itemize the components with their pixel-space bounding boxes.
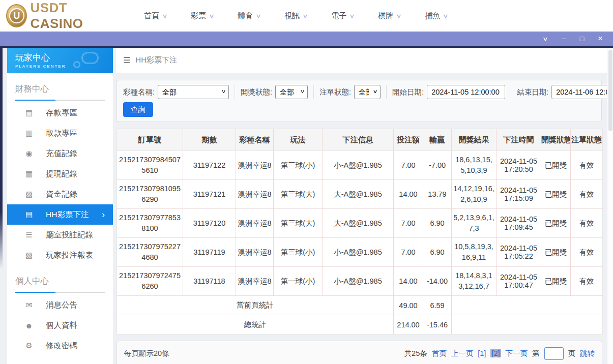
nav-item-electronic[interactable]: 電子∨ xyxy=(331,11,354,21)
cell-time: 2024-11-05 17:20:50 xyxy=(497,151,541,180)
column-header: 訂單號 xyxy=(117,129,183,151)
player-report-icon: ▧ xyxy=(24,251,34,260)
sidebar-item-label: 消息公告 xyxy=(46,300,77,311)
summary-bet-amount: 214.00 xyxy=(394,315,423,335)
cell-draw_status: 已開獎 xyxy=(541,180,571,209)
password-icon: ⚙ xyxy=(24,341,34,350)
cell-result: 18,6,13,15,5,10,3,9 xyxy=(452,151,497,180)
chevron-down-icon[interactable]: ∨ xyxy=(537,34,554,44)
withdraw-icon: ▥ xyxy=(24,129,34,138)
sidebar-item-announcements[interactable]: ✉消息公告 xyxy=(7,295,113,315)
site-logo[interactable]: U USDT CASINO xyxy=(6,0,114,32)
cell-result: 18,14,8,3,13,12,16,7 xyxy=(452,267,497,296)
sidebar-item-change-password[interactable]: ⚙修改密碼 xyxy=(7,336,113,356)
page-size-text: 每頁顯示20條 xyxy=(124,349,169,358)
sidebar-section-agent: 代理中心 xyxy=(7,356,113,364)
current-page-link[interactable]: [2] xyxy=(490,349,501,357)
cell-order: 2152173079752274680 xyxy=(117,238,183,267)
page-title: HH彩票下注 xyxy=(135,55,177,65)
cell-draw_status: 已開獎 xyxy=(541,267,571,296)
nav-item-lottery[interactable]: 彩票∨ xyxy=(191,11,214,21)
sidebar-item-recharge-record[interactable]: ◉充值記錄 xyxy=(7,143,113,164)
column-header: 玩法 xyxy=(274,129,323,151)
nav-item-fishing[interactable]: 捕魚∨ xyxy=(425,11,448,21)
cell-winloss: 6.90 xyxy=(423,209,452,238)
column-header: 開獎狀態 xyxy=(541,129,571,151)
sidebar-item-withdrawal-record[interactable]: ▦提現記錄 xyxy=(7,164,113,184)
search-button[interactable]: 查詢 xyxy=(123,102,153,117)
summary-label: 總統計 xyxy=(117,315,394,335)
cell-order_status: 有效 xyxy=(571,267,603,296)
cell-winloss: 13.79 xyxy=(423,180,452,209)
cell-order_status: 有效 xyxy=(571,180,603,209)
summary-winloss: -15.46 xyxy=(423,315,452,335)
page-jump-input[interactable] xyxy=(544,347,564,360)
hamburger-icon[interactable]: ☰ xyxy=(123,55,130,65)
cell-winloss: 6.90 xyxy=(423,238,452,267)
frame-left-edge xyxy=(0,48,3,364)
order-status-select[interactable]: 全部 xyxy=(354,85,381,99)
sidebar-item-label: 充值記錄 xyxy=(46,148,77,159)
prev-page-link[interactable]: 上一页 xyxy=(451,349,474,358)
cell-play: 第三球(小) xyxy=(274,151,323,180)
cell-draw_status: 已開獎 xyxy=(541,151,571,180)
cell-order_status: 有效 xyxy=(571,209,603,238)
end-date-input[interactable] xyxy=(551,85,613,99)
table-row: 215217307984507561031197122澳洲幸运8第三球(小)小-… xyxy=(117,151,603,180)
table-header-row: 訂單號期數彩種名稱玩法下注信息投注額輸贏開獎結果下注時間開獎狀態注單狀態 xyxy=(117,129,603,151)
sidebar-item-withdraw[interactable]: ▥取款專區 xyxy=(7,123,113,143)
sidebar-item-funds-record[interactable]: ▨資金記錄 xyxy=(7,184,113,204)
cell-order_status: 有效 xyxy=(571,238,603,267)
table-row: 215217307977853810031197120澳洲幸运8第三球(大)大-… xyxy=(117,209,603,238)
gamepad-decoration-icon xyxy=(81,52,99,64)
nav-item-home[interactable]: 首頁∨ xyxy=(144,11,167,21)
cell-time: 2024-11-05 17:09:45 xyxy=(497,209,541,238)
window-close-icon[interactable]: × xyxy=(595,34,606,44)
column-header: 開獎結果 xyxy=(452,129,497,151)
first-page-link[interactable]: 首页 xyxy=(432,349,447,358)
chevron-down-icon: ∨ xyxy=(443,13,449,19)
cell-amount: 7.00 xyxy=(394,209,423,238)
main-nav: 首頁∨彩票∨體育∨視訊∨電子∨棋牌∨捕魚∨ xyxy=(144,11,448,21)
column-header: 下注信息 xyxy=(323,129,394,151)
cell-order: 2152173079845075610 xyxy=(117,151,183,180)
sidebar-item-room-bet-record[interactable]: ☰廳室投註記錄 xyxy=(7,225,113,245)
sidebar-item-hh-lottery-bets[interactable]: ▤HH彩票下注› xyxy=(7,204,113,225)
jump-button[interactable]: 跳转 xyxy=(580,349,595,358)
cell-bet_info: 大-A盤@1.985 xyxy=(323,180,394,209)
window-minimize-icon[interactable]: − xyxy=(558,34,569,44)
window-titlebar: ∨ − □ × xyxy=(0,32,613,46)
sidebar-item-profile[interactable]: ☻個人資料 xyxy=(7,315,113,336)
cell-draw_status: 已開獎 xyxy=(541,238,571,267)
summary-empty xyxy=(452,315,603,335)
cell-period: 31197122 xyxy=(183,151,236,180)
lottery-name-select[interactable]: 全部 xyxy=(158,85,229,99)
cell-winloss: -7.00 xyxy=(423,151,452,180)
page-link[interactable]: [1] xyxy=(478,349,486,357)
recharge-record-icon: ◉ xyxy=(24,149,34,158)
cell-time: 2024-11-05 17:05:22 xyxy=(497,238,541,267)
cell-order_status: 有效 xyxy=(571,151,603,180)
sidebar-item-label: 廳室投註記錄 xyxy=(46,230,93,240)
summary-bet-amount: 49.00 xyxy=(394,296,423,315)
sidebar-item-deposit[interactable]: ▤存款專區 xyxy=(7,103,113,123)
cell-order: 2152173079810956290 xyxy=(117,180,183,209)
nav-item-video[interactable]: 視訊∨ xyxy=(284,11,307,21)
sidebar-item-label: 存款專區 xyxy=(46,108,77,118)
nav-item-sports[interactable]: 體育∨ xyxy=(238,11,260,21)
chevron-down-icon: ∨ xyxy=(396,13,402,19)
draw-status-select[interactable]: 全部 xyxy=(275,85,308,99)
next-page-link[interactable]: 下一页 xyxy=(506,349,528,358)
start-date-input[interactable] xyxy=(427,85,505,99)
chevron-down-icon: ∨ xyxy=(209,13,215,19)
nav-item-chess[interactable]: 棋牌∨ xyxy=(378,11,401,21)
column-header: 期數 xyxy=(183,129,236,151)
sidebar-section-rule xyxy=(15,292,105,293)
cell-period: 31197120 xyxy=(183,209,236,238)
table-row: 215217307981095629031197121澳洲幸运8第三球(大)大-… xyxy=(117,180,603,209)
sidebar-item-player-bet-report[interactable]: ▧玩家投注報表 xyxy=(7,245,113,265)
order-status-label: 注單狀態: xyxy=(319,87,351,97)
window-maximize-icon[interactable]: □ xyxy=(576,34,588,44)
lottery-name-label: 彩種名稱: xyxy=(123,87,155,97)
scrollbar-thumb[interactable] xyxy=(608,50,612,131)
